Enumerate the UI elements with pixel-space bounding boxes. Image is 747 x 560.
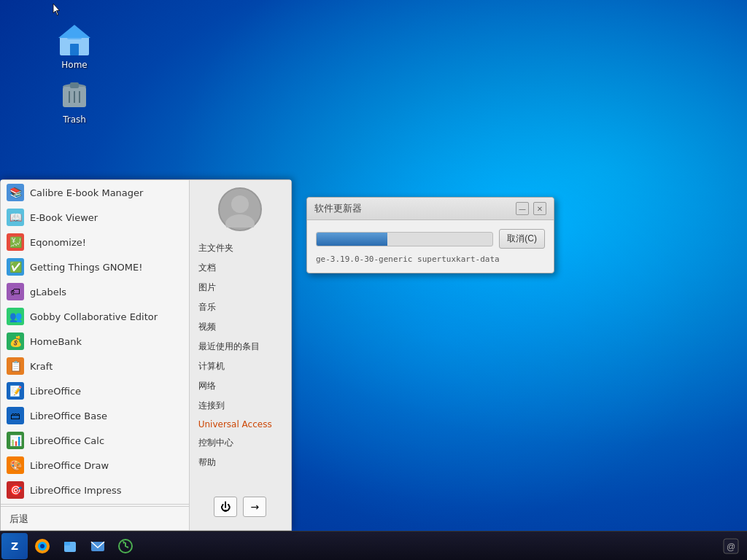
app-list: 📚Calibre E-book Manager📖E-Book Viewer💹Eq…: [1, 180, 189, 502]
menu-footer: 后退: [1, 506, 189, 530]
start-menu: 📚Calibre E-book Manager📖E-Book Viewer💹Eq…: [0, 179, 292, 531]
app-icon-gobby: 👥: [7, 308, 24, 325]
app-icon-ebook-viewer: 📖: [7, 209, 24, 226]
app-name-kraft: Kraft: [30, 361, 53, 372]
trash-icon: [57, 77, 92, 112]
app-item-gobby[interactable]: 👥Gobby Collaborative Editor: [1, 304, 189, 329]
app-item-libreoffice[interactable]: 📝LibreOffice: [1, 378, 189, 403]
svg-point-14: [40, 544, 44, 548]
app-item-gtg[interactable]: ✅Getting Things GNOME!: [1, 254, 189, 279]
logout-icon: →: [250, 501, 259, 513]
taskbar-left: Z: [0, 533, 139, 559]
place-item-connect[interactable]: 连接到: [196, 396, 285, 416]
place-item-computer[interactable]: 计算机: [196, 357, 285, 376]
dialog-progress-row: 取消(C): [316, 229, 545, 249]
power-icon: ⏻: [220, 501, 231, 513]
app-icon-eqonomize: 💹: [7, 233, 24, 251]
taskbar-icon-firefox[interactable]: [29, 533, 55, 559]
app-item-kraft[interactable]: 📋Kraft: [1, 354, 189, 378]
dialog-controls: — ✕: [516, 202, 546, 215]
app-icon-lodraw: 🎨: [7, 456, 24, 474]
svg-rect-6: [70, 82, 79, 88]
place-item-universal-access[interactable]: Universal Access: [196, 416, 285, 433]
taskbar-icon-update[interactable]: [112, 533, 139, 559]
logout-button[interactable]: →: [243, 497, 266, 517]
app-icon-homebank: 💰: [7, 332, 24, 350]
app-icon-lobase: 🗃: [7, 407, 24, 424]
place-item-documents[interactable]: 文档: [196, 258, 285, 278]
app-name-eqonomize: Eqonomize!: [30, 237, 86, 248]
app-item-homebank[interactable]: 💰HomeBank: [1, 329, 189, 354]
app-list-container: 📚Calibre E-book Manager📖E-Book Viewer💹Eq…: [1, 180, 189, 502]
software-updater-dialog: 软件更新器 — ✕ 取消(C) ge-3.19.0-30-generic sup…: [306, 197, 554, 273]
back-button[interactable]: 后退: [7, 512, 31, 526]
cursor-icon: [53, 3, 61, 16]
dialog-title: 软件更新器: [314, 202, 362, 215]
svg-point-10: [231, 195, 249, 213]
app-name-localc: LibreOffice Calc: [30, 435, 104, 446]
desktop: Home Trash 📚Calibre E-book Manager📖E-Boo…: [0, 0, 747, 560]
app-name-libreoffice: LibreOffice: [30, 386, 81, 397]
taskbar-at-icon[interactable]: @: [718, 533, 744, 559]
app-icon-localc: 📊: [7, 432, 24, 449]
taskbar-icon-mail[interactable]: [85, 533, 111, 559]
place-item-recent[interactable]: 最近使用的条目: [196, 337, 285, 357]
desktop-icon-home[interactable]: Home: [45, 22, 104, 70]
app-item-lobase[interactable]: 🗃LibreOffice Base: [1, 403, 189, 428]
place-item-home-folder[interactable]: 主文件夹: [196, 238, 285, 258]
app-item-loimpress[interactable]: 🎯LibreOffice Impress: [1, 478, 189, 502]
progress-fill: [317, 233, 387, 246]
app-icon-kraft: 📋: [7, 357, 24, 375]
app-item-calibre[interactable]: 📚Calibre E-book Manager: [1, 180, 189, 205]
cancel-button[interactable]: 取消(C): [499, 229, 545, 249]
app-name-gobby: Gobby Collaborative Editor: [30, 311, 158, 322]
zorin-logo: Z: [11, 540, 18, 552]
app-name-ebook-viewer: E-Book Viewer: [30, 212, 98, 223]
user-avatar: [218, 187, 262, 231]
app-name-lodraw: LibreOffice Draw: [30, 460, 109, 471]
right-footer: ⏻ →: [208, 491, 272, 523]
place-item-control-center[interactable]: 控制中心: [196, 433, 285, 453]
app-name-glabels: gLabels: [30, 287, 66, 298]
app-item-localc[interactable]: 📊LibreOffice Calc: [1, 428, 189, 453]
app-item-eqonomize[interactable]: 💹Eqonomize!: [1, 230, 189, 254]
place-item-pictures[interactable]: 图片: [196, 278, 285, 298]
dialog-minimize-button[interactable]: —: [516, 202, 529, 215]
app-icon-calibre: 📚: [7, 184, 24, 201]
close-icon: ✕: [537, 205, 543, 213]
app-icon-libreoffice: 📝: [7, 382, 24, 400]
place-item-network[interactable]: 网络: [196, 376, 285, 396]
taskbar-icon-zorin[interactable]: Z: [1, 533, 28, 559]
dialog-content: 取消(C) ge-3.19.0-30-generic supertuxkart-…: [307, 220, 554, 273]
taskbar-icon-files[interactable]: [57, 533, 83, 559]
taskbar: Z: [0, 531, 747, 560]
start-menu-left-panel: 📚Calibre E-book Manager📖E-Book Viewer💹Eq…: [1, 180, 190, 530]
svg-text:@: @: [727, 542, 735, 552]
trash-icon-label: Trash: [63, 114, 86, 125]
app-item-lodraw[interactable]: 🎨LibreOffice Draw: [1, 453, 189, 478]
place-item-videos[interactable]: 视频: [196, 317, 285, 337]
minimize-icon: —: [519, 205, 526, 213]
place-item-music[interactable]: 音乐: [196, 298, 285, 317]
app-name-gtg: Getting Things GNOME!: [30, 262, 142, 273]
start-menu-right-panel: 主文件夹文档图片音乐视频最近使用的条目计算机网络连接到Universal Acc…: [190, 180, 291, 530]
home-icon-label: Home: [61, 60, 87, 70]
power-button[interactable]: ⏻: [214, 497, 237, 517]
taskbar-right: @: [718, 533, 747, 559]
app-item-ebook-viewer[interactable]: 📖E-Book Viewer: [1, 205, 189, 230]
app-icon-glabels: 🏷: [7, 283, 24, 300]
app-icon-gtg: ✅: [7, 258, 24, 276]
app-icon-loimpress: 🎯: [7, 481, 24, 499]
app-item-glabels[interactable]: 🏷gLabels: [1, 279, 189, 304]
app-name-homebank: HomeBank: [30, 336, 82, 347]
app-name-calibre: Calibre E-book Manager: [30, 187, 143, 198]
svg-point-11: [225, 214, 255, 228]
place-item-help[interactable]: 帮助: [196, 453, 285, 472]
desktop-icon-trash[interactable]: Trash: [45, 77, 104, 125]
dialog-close-button[interactable]: ✕: [533, 202, 546, 215]
progress-bar: [316, 232, 493, 246]
dialog-titlebar: 软件更新器 — ✕: [307, 198, 554, 220]
places-list: 主文件夹文档图片音乐视频最近使用的条目计算机网络连接到Universal Acc…: [190, 238, 291, 472]
package-text: ge-3.19.0-30-generic supertuxkart-data: [316, 254, 545, 264]
home-folder-icon: [57, 22, 92, 57]
